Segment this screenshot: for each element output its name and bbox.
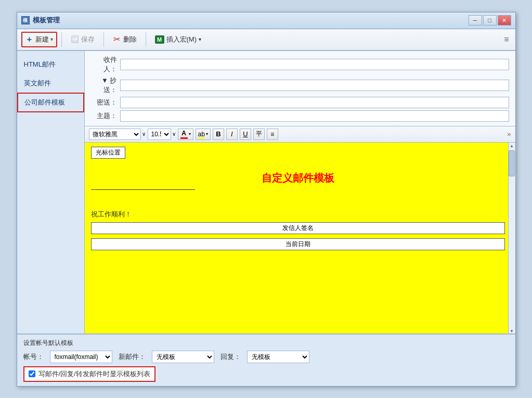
new-mail-select[interactable]: 无模板	[152, 351, 214, 363]
bcc-input[interactable]	[120, 97, 509, 108]
font-color-swatch: A	[180, 130, 188, 139]
current-date-button[interactable]: 当前日期	[91, 238, 505, 250]
delete-label: 删除	[123, 35, 137, 44]
scroll-thumb[interactable]	[509, 150, 515, 176]
cc-row: ▼ 抄送：	[91, 76, 509, 95]
italic-icon: I	[231, 130, 233, 138]
main-area: HTML邮件 英文邮件 公司邮件模板 收件人： ▼ 抄送：	[17, 51, 515, 333]
svg-rect-1	[73, 36, 76, 38]
strikethrough-icon: 平	[256, 130, 262, 138]
cc-input[interactable]	[120, 80, 509, 91]
list-button[interactable]: ≡	[267, 129, 278, 140]
form-area: 收件人： ▼ 抄送： 密送： 主题：	[85, 51, 515, 126]
subject-row: 主题：	[91, 110, 509, 122]
list-icon: ≡	[270, 131, 274, 138]
scissors-icon: ✂	[113, 35, 121, 44]
macro-button[interactable]: M 插入宏(M) ▾	[150, 32, 206, 47]
title-bar: 模 模板管理 ─ □ ✕	[17, 12, 515, 29]
scroll-up-button[interactable]: ▲	[510, 144, 514, 148]
bold-icon: B	[216, 130, 220, 138]
window-icon: 模	[21, 16, 30, 24]
sidebar: HTML邮件 英文邮件 公司邮件模板	[17, 51, 85, 333]
delete-button[interactable]: ✂ 删除	[108, 32, 141, 47]
minimize-button[interactable]: ─	[469, 15, 482, 25]
cursor-position-button[interactable]: 光标位置	[91, 147, 125, 159]
show-template-list-checkbox[interactable]	[29, 370, 35, 377]
save-label: 保存	[81, 35, 95, 44]
svg-rect-2	[72, 40, 77, 42]
sidebar-item-english[interactable]: 英文邮件	[17, 74, 84, 93]
account-row: 帐号： foxmail(foxmail) 新邮件： 无模板 回复： 无模板	[23, 351, 509, 363]
macro-label: 插入宏(M)	[166, 35, 197, 44]
editor-toolbar: 微软雅黑 ∨ 10.5 ∨ A ▾ ab ▾	[85, 126, 515, 143]
title-buttons: ─ □ ✕	[469, 15, 511, 25]
to-label: 收件人：	[91, 55, 117, 74]
template-divider	[91, 189, 195, 190]
main-window: 模 模板管理 ─ □ ✕ + 新建 ▾ 保存	[17, 12, 516, 387]
maximize-button[interactable]: □	[483, 15, 497, 25]
font-size-arrow: ∨	[172, 131, 176, 137]
font-family-select[interactable]: 微软雅黑	[89, 129, 141, 140]
sidebar-item-company[interactable]: 公司邮件模板	[17, 93, 84, 112]
to-row: 收件人：	[91, 55, 509, 74]
template-title: 自定义邮件模板	[91, 171, 505, 185]
sidebar-item-html[interactable]: HTML邮件	[17, 55, 84, 74]
macro-icon: M	[155, 35, 164, 44]
font-family-arrow: ∨	[142, 131, 146, 137]
save-icon	[71, 35, 79, 44]
highlight-button[interactable]: ab ▾	[196, 129, 211, 140]
cc-label[interactable]: ▼ 抄送：	[91, 76, 117, 95]
strikethrough-button[interactable]: 平	[253, 129, 265, 140]
close-button[interactable]: ✕	[498, 15, 511, 25]
separator-2	[103, 32, 104, 47]
bottom-section-title: 设置帐号默认模板	[23, 339, 509, 348]
subject-input[interactable]	[120, 110, 509, 122]
font-size-select[interactable]: 10.5	[148, 129, 171, 140]
font-color-line	[180, 137, 188, 139]
dropdown-arrow-icon: ▾	[50, 36, 53, 42]
underline-button[interactable]: U	[240, 129, 251, 140]
save-button[interactable]: 保存	[66, 32, 99, 47]
plus-icon: +	[25, 35, 34, 44]
greeting-text: 祝工作顺利！	[91, 210, 505, 219]
bcc-row: 密送：	[91, 97, 509, 108]
separator-3	[146, 32, 146, 47]
highlight-label: ab	[198, 131, 205, 138]
new-button[interactable]: + 新建 ▾	[21, 32, 57, 47]
macro-dropdown-icon: ▾	[199, 36, 201, 42]
font-color-label: A	[181, 130, 186, 137]
reply-label: 回复：	[220, 352, 241, 362]
reply-select[interactable]: 无模板	[247, 351, 309, 363]
account-label: 帐号：	[23, 352, 44, 362]
more-tools-button[interactable]: »	[507, 130, 511, 138]
font-color-button[interactable]: A ▾	[178, 129, 193, 140]
editor-scrollbar[interactable]: ▲ ▼	[508, 143, 515, 333]
account-select[interactable]: foxmail(foxmail)	[50, 351, 112, 363]
toolbar: + 新建 ▾ 保存 ✂ 删除 M 插入宏(M) ▾	[17, 29, 515, 51]
checkbox-text: 写邮件/回复/转发邮件时显示模板列表	[38, 369, 150, 379]
scroll-down-button[interactable]: ▼	[510, 329, 514, 333]
content-area: 收件人： ▼ 抄送： 密送： 主题： 微软雅	[85, 51, 515, 333]
new-mail-label: 新邮件：	[119, 352, 146, 362]
subject-label: 主题：	[91, 111, 117, 121]
italic-button[interactable]: I	[226, 129, 238, 140]
underline-icon: U	[243, 130, 248, 138]
show-template-list-label[interactable]: 写邮件/回复/转发邮件时显示模板列表	[23, 366, 155, 382]
highlight-arrow: ▾	[206, 132, 208, 136]
separator-1	[61, 32, 62, 47]
editor-content: 光标位置 自定义邮件模板 祝工作顺利！ 发信人签名 当前日期	[85, 143, 515, 333]
sender-signature-button[interactable]: 发信人签名	[91, 222, 505, 234]
menu-icon[interactable]: ≡	[502, 33, 511, 46]
to-input[interactable]	[120, 59, 509, 70]
bottom-area: 设置帐号默认模板 帐号： foxmail(foxmail) 新邮件： 无模板 回…	[17, 333, 515, 386]
bcc-label: 密送：	[91, 98, 117, 107]
window-title: 模板管理	[33, 16, 469, 25]
font-color-arrow: ▾	[189, 132, 191, 136]
editor-body[interactable]: 光标位置 自定义邮件模板 祝工作顺利！ 发信人签名 当前日期 ▲ ▼	[85, 143, 515, 333]
new-label: 新建	[35, 35, 49, 44]
checkbox-container: 写邮件/回复/转发邮件时显示模板列表	[23, 366, 509, 382]
bold-button[interactable]: B	[213, 129, 224, 140]
